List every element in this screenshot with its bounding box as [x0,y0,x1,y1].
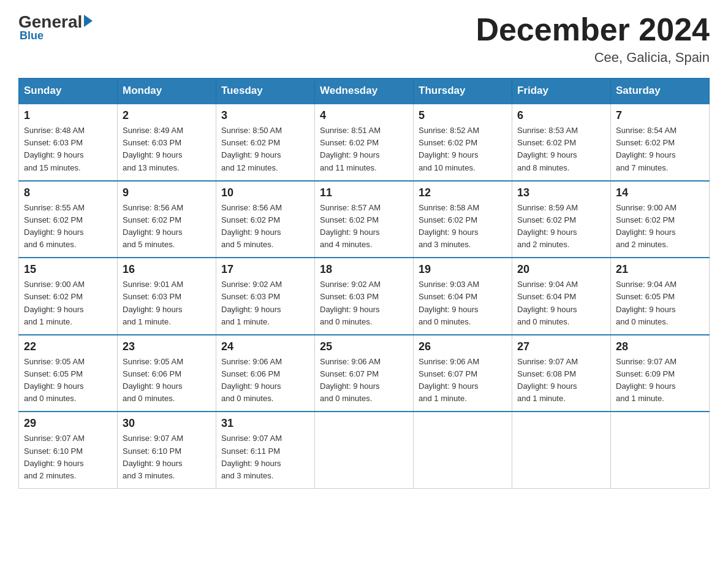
calendar-day-19: 19Sunrise: 9:03 AMSunset: 6:04 PMDayligh… [414,258,512,335]
day-number: 4 [320,109,408,122]
logo-triangle-icon [84,15,93,27]
calendar-day-14: 14Sunrise: 9:00 AMSunset: 6:02 PMDayligh… [611,181,710,258]
day-info: Sunrise: 9:07 AMSunset: 6:10 PMDaylight:… [24,432,112,482]
day-info: Sunrise: 8:52 AMSunset: 6:02 PMDaylight:… [419,124,507,174]
day-info: Sunrise: 9:00 AMSunset: 6:02 PMDaylight:… [24,278,112,328]
calendar-day-1: 1Sunrise: 8:48 AMSunset: 6:03 PMDaylight… [19,104,118,181]
day-info: Sunrise: 9:05 AMSunset: 6:05 PMDaylight:… [24,356,112,405]
calendar-day-12: 12Sunrise: 8:58 AMSunset: 6:02 PMDayligh… [414,181,512,258]
calendar-day-20: 20Sunrise: 9:04 AMSunset: 6:04 PMDayligh… [512,258,611,335]
logo-blue-text: Blue [20,29,44,42]
day-info: Sunrise: 8:55 AMSunset: 6:02 PMDaylight:… [24,202,112,251]
day-info: Sunrise: 8:50 AMSunset: 6:02 PMDaylight:… [221,124,309,174]
calendar-table: SundayMondayTuesdayWednesdayThursdayFrid… [18,78,710,489]
month-title: December 2024 [476,12,710,47]
day-info: Sunrise: 9:03 AMSunset: 6:04 PMDaylight:… [419,278,507,328]
calendar-week-5: 29Sunrise: 9:07 AMSunset: 6:10 PMDayligh… [19,412,710,488]
day-info: Sunrise: 8:59 AMSunset: 6:02 PMDaylight:… [517,202,605,251]
column-header-saturday: Saturday [611,79,710,104]
day-info: Sunrise: 9:07 AMSunset: 6:08 PMDaylight:… [517,356,605,405]
calendar-day-25: 25Sunrise: 9:06 AMSunset: 6:07 PMDayligh… [315,335,414,412]
calendar-day-24: 24Sunrise: 9:06 AMSunset: 6:06 PMDayligh… [216,335,315,412]
column-header-monday: Monday [118,79,216,104]
calendar-week-4: 22Sunrise: 9:05 AMSunset: 6:05 PMDayligh… [19,335,710,412]
calendar-day-21: 21Sunrise: 9:04 AMSunset: 6:05 PMDayligh… [611,258,710,335]
day-number: 31 [221,417,309,430]
day-info: Sunrise: 9:02 AMSunset: 6:03 PMDaylight:… [221,278,309,328]
day-number: 12 [419,186,507,199]
day-number: 17 [221,263,309,276]
day-number: 25 [320,340,408,353]
calendar-day-6: 6Sunrise: 8:53 AMSunset: 6:02 PMDaylight… [512,104,611,181]
calendar-day-4: 4Sunrise: 8:51 AMSunset: 6:02 PMDaylight… [315,104,414,181]
day-info: Sunrise: 8:56 AMSunset: 6:02 PMDaylight:… [123,202,211,251]
day-info: Sunrise: 9:05 AMSunset: 6:06 PMDaylight:… [123,356,211,405]
day-number: 6 [517,109,605,122]
calendar-day-3: 3Sunrise: 8:50 AMSunset: 6:02 PMDaylight… [216,104,315,181]
day-info: Sunrise: 8:49 AMSunset: 6:03 PMDaylight:… [123,124,211,174]
calendar-day-30: 30Sunrise: 9:07 AMSunset: 6:10 PMDayligh… [118,412,216,488]
day-info: Sunrise: 8:58 AMSunset: 6:02 PMDaylight:… [419,202,507,251]
day-info: Sunrise: 9:04 AMSunset: 6:04 PMDaylight:… [517,278,605,328]
calendar-day-31: 31Sunrise: 9:07 AMSunset: 6:11 PMDayligh… [216,412,315,488]
calendar-day-13: 13Sunrise: 8:59 AMSunset: 6:02 PMDayligh… [512,181,611,258]
day-info: Sunrise: 9:06 AMSunset: 6:06 PMDaylight:… [221,356,309,405]
day-info: Sunrise: 8:54 AMSunset: 6:02 PMDaylight:… [616,124,704,174]
calendar-day-15: 15Sunrise: 9:00 AMSunset: 6:02 PMDayligh… [19,258,118,335]
calendar-day-26: 26Sunrise: 9:06 AMSunset: 6:07 PMDayligh… [414,335,512,412]
calendar-day-17: 17Sunrise: 9:02 AMSunset: 6:03 PMDayligh… [216,258,315,335]
day-info: Sunrise: 9:01 AMSunset: 6:03 PMDaylight:… [123,278,211,328]
day-info: Sunrise: 8:53 AMSunset: 6:02 PMDaylight:… [517,124,605,174]
day-info: Sunrise: 8:51 AMSunset: 6:02 PMDaylight:… [320,124,408,174]
day-info: Sunrise: 9:04 AMSunset: 6:05 PMDaylight:… [616,278,704,328]
day-number: 14 [616,186,704,199]
day-number: 24 [221,340,309,353]
day-info: Sunrise: 9:07 AMSunset: 6:11 PMDaylight:… [221,432,309,482]
day-number: 30 [123,417,211,430]
calendar-day-27: 27Sunrise: 9:07 AMSunset: 6:08 PMDayligh… [512,335,611,412]
calendar-day-18: 18Sunrise: 9:02 AMSunset: 6:03 PMDayligh… [315,258,414,335]
calendar-day-11: 11Sunrise: 8:57 AMSunset: 6:02 PMDayligh… [315,181,414,258]
empty-cell [414,412,512,488]
column-header-sunday: Sunday [19,79,118,104]
day-number: 13 [517,186,605,199]
day-info: Sunrise: 9:07 AMSunset: 6:09 PMDaylight:… [616,356,704,405]
day-number: 29 [24,417,112,430]
day-info: Sunrise: 9:06 AMSunset: 6:07 PMDaylight:… [320,356,408,405]
day-number: 10 [221,186,309,199]
calendar-day-8: 8Sunrise: 8:55 AMSunset: 6:02 PMDaylight… [19,181,118,258]
calendar-header-row: SundayMondayTuesdayWednesdayThursdayFrid… [19,79,710,104]
day-number: 9 [123,186,211,199]
column-header-thursday: Thursday [414,79,512,104]
day-info: Sunrise: 8:57 AMSunset: 6:02 PMDaylight:… [320,202,408,251]
day-number: 16 [123,263,211,276]
day-number: 20 [517,263,605,276]
day-number: 23 [123,340,211,353]
calendar-day-29: 29Sunrise: 9:07 AMSunset: 6:10 PMDayligh… [19,412,118,488]
day-info: Sunrise: 9:02 AMSunset: 6:03 PMDaylight:… [320,278,408,328]
day-number: 7 [616,109,704,122]
calendar-day-23: 23Sunrise: 9:05 AMSunset: 6:06 PMDayligh… [118,335,216,412]
day-number: 28 [616,340,704,353]
day-number: 5 [419,109,507,122]
day-number: 15 [24,263,112,276]
calendar-week-2: 8Sunrise: 8:55 AMSunset: 6:02 PMDaylight… [19,181,710,258]
day-info: Sunrise: 9:07 AMSunset: 6:10 PMDaylight:… [123,432,211,482]
calendar-body: 1Sunrise: 8:48 AMSunset: 6:03 PMDaylight… [19,104,710,488]
calendar-day-10: 10Sunrise: 8:56 AMSunset: 6:02 PMDayligh… [216,181,315,258]
calendar-day-2: 2Sunrise: 8:49 AMSunset: 6:03 PMDaylight… [118,104,216,181]
location-subtitle: Cee, Galicia, Spain [476,50,710,66]
empty-cell [611,412,710,488]
day-number: 2 [123,109,211,122]
calendar-day-7: 7Sunrise: 8:54 AMSunset: 6:02 PMDaylight… [611,104,710,181]
column-header-tuesday: Tuesday [216,79,315,104]
day-info: Sunrise: 8:56 AMSunset: 6:02 PMDaylight:… [221,202,309,251]
day-info: Sunrise: 8:48 AMSunset: 6:03 PMDaylight:… [24,124,112,174]
day-number: 27 [517,340,605,353]
day-number: 1 [24,109,112,122]
calendar-week-1: 1Sunrise: 8:48 AMSunset: 6:03 PMDaylight… [19,104,710,181]
calendar-day-28: 28Sunrise: 9:07 AMSunset: 6:09 PMDayligh… [611,335,710,412]
column-header-friday: Friday [512,79,611,104]
day-number: 11 [320,186,408,199]
day-number: 3 [221,109,309,122]
